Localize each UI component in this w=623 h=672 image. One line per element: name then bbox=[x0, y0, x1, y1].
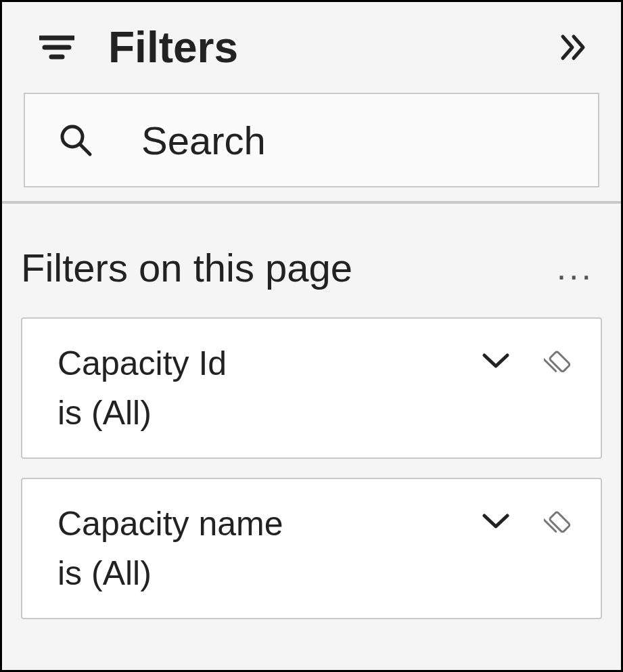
clear-filter-button[interactable] bbox=[544, 346, 574, 376]
filters-panel: Filters Filters on this page ... bbox=[0, 0, 623, 672]
search-container bbox=[2, 93, 621, 201]
eraser-icon bbox=[544, 346, 574, 376]
filter-actions bbox=[482, 499, 574, 536]
filter-card-capacity-id[interactable]: Capacity Id is (All) bbox=[21, 317, 602, 459]
filter-field-label: Capacity Id bbox=[57, 339, 482, 388]
expand-filter-button[interactable] bbox=[482, 512, 510, 531]
filter-card-capacity-name[interactable]: Capacity name is (All) bbox=[21, 478, 602, 619]
section-header: Filters on this page ... bbox=[21, 244, 602, 290]
filter-status-label: is (All) bbox=[57, 549, 482, 598]
search-box[interactable] bbox=[24, 93, 599, 187]
section-more-button[interactable]: ... bbox=[549, 244, 602, 290]
clear-filter-button[interactable] bbox=[544, 506, 574, 536]
filter-text: Capacity name is (All) bbox=[57, 499, 482, 598]
search-input[interactable] bbox=[140, 117, 623, 164]
eraser-icon bbox=[544, 506, 574, 536]
chevron-double-right-icon bbox=[559, 32, 589, 62]
svg-line-4 bbox=[80, 145, 90, 154]
section-title: Filters on this page bbox=[21, 245, 549, 290]
filter-field-label: Capacity name bbox=[57, 499, 482, 549]
page-filters-section: Filters on this page ... Capacity Id is … bbox=[2, 204, 621, 638]
chevron-down-icon bbox=[482, 351, 510, 370]
panel-title: Filters bbox=[108, 22, 520, 72]
collapse-panel-button[interactable] bbox=[553, 27, 594, 68]
panel-header: Filters bbox=[2, 2, 621, 93]
filter-status-label: is (All) bbox=[57, 388, 482, 438]
filter-actions bbox=[482, 339, 574, 376]
expand-filter-button[interactable] bbox=[482, 351, 510, 370]
search-icon bbox=[59, 123, 93, 157]
filter-text: Capacity Id is (All) bbox=[57, 339, 482, 437]
chevron-down-icon bbox=[482, 512, 510, 531]
more-icon: ... bbox=[557, 248, 594, 287]
filter-icon bbox=[39, 34, 74, 61]
